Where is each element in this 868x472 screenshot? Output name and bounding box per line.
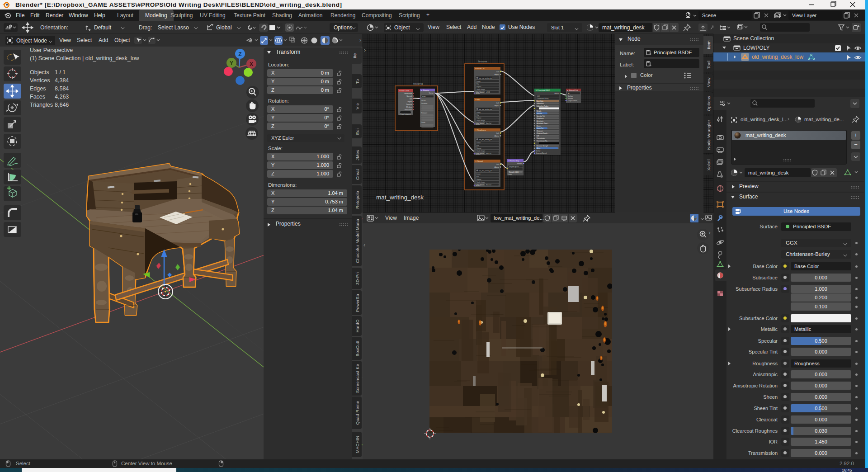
svg-text:Edges: Edges xyxy=(30,85,46,92)
svg-text:Normal: Normal xyxy=(517,163,522,165)
svg-text:Repeat: Repeat xyxy=(476,86,481,88)
svg-text:Triangles: Triangles xyxy=(30,102,53,108)
svg-text:Alpha: Alpha xyxy=(495,105,499,107)
svg-text:Z: Z xyxy=(238,51,241,57)
svg-text:Christensen-Burley: Christensen-Burley xyxy=(537,98,549,99)
svg-text:▼ Roughness: ▼ Roughness xyxy=(475,129,486,131)
svg-text:Specular: Specular xyxy=(537,113,542,114)
svg-text:Flat: Flat xyxy=(476,145,479,146)
svg-text:▼ Met: ▼ Met xyxy=(475,99,481,101)
svg-text:Non-Col: Non-Col xyxy=(486,123,491,124)
svg-text:IOR: IOR xyxy=(537,135,539,137)
svg-text:Single Image: Single Image xyxy=(476,120,485,122)
svg-text:Linear: Linear xyxy=(476,112,481,113)
svg-text:low_mat_writing_de...: low_mat_writing_de... xyxy=(479,170,493,172)
svg-text:Linear: Linear xyxy=(476,80,481,82)
svg-text:Col: Col xyxy=(496,132,499,134)
svg-text:Vector: Vector xyxy=(429,92,434,94)
svg-text:Sheen: Sheen xyxy=(537,125,541,127)
svg-text:Vector: Vector xyxy=(476,185,480,187)
svg-text:Y: Y xyxy=(230,60,233,66)
svg-text:Subsurface: Subsurface xyxy=(537,103,544,104)
svg-text:Objects: Objects xyxy=(30,69,49,76)
svg-text:1 / 1: 1 / 1 xyxy=(55,69,66,76)
svg-text:Col: Col xyxy=(496,71,499,73)
svg-text:Camera: Camera xyxy=(406,104,412,105)
svg-text:Base Color: Base Color xyxy=(537,100,543,102)
svg-text:Window: Window xyxy=(406,106,412,108)
svg-text:User Perspective: User Perspective xyxy=(30,47,73,53)
svg-text:›: › xyxy=(364,47,366,53)
svg-text:Scale:: Scale: xyxy=(421,122,425,123)
svg-text:▼ Principled BSDF: ▼ Principled BSDF xyxy=(535,90,550,91)
svg-text:▼ Text Coord: ▼ Text Coord xyxy=(399,90,409,92)
svg-text:Object: Object xyxy=(407,101,412,103)
svg-text:low_mat_writing_de...: low_mat_writing_de... xyxy=(479,109,493,110)
svg-text:Normal: Normal xyxy=(406,95,412,97)
svg-text:Alpha: Alpha xyxy=(537,147,540,149)
svg-text:sRGB: sRGB xyxy=(486,91,490,93)
svg-text:Vertices: Vertices xyxy=(30,77,50,84)
svg-text:Clearcoat Rough...: Clearcoat Rough... xyxy=(537,132,548,134)
svg-text:Subsurface Radius: Subsurface Radius xyxy=(537,105,549,107)
svg-text:low_mat_writing_de...: low_mat_writing_de... xyxy=(479,139,493,141)
svg-text:(1) Scene Collection | old_wri: (1) Scene Collection | old_writing_desk_… xyxy=(30,55,140,61)
svg-text:Clearcoat: Clearcoat xyxy=(537,130,542,132)
svg-text:Volume: Volume xyxy=(568,98,573,99)
svg-text:Anisotropic Rotat...: Anisotropic Rotat... xyxy=(537,123,548,124)
svg-text:low_mat_writing_de...: low_mat_writing_de... xyxy=(479,77,493,79)
svg-text:Repeat: Repeat xyxy=(476,147,481,149)
svg-text:Flat: Flat xyxy=(476,176,479,178)
svg-text:▼ Mapping: ▼ Mapping xyxy=(421,90,429,91)
svg-text:▼ Normal Map: ▼ Normal Map xyxy=(508,160,519,162)
svg-text:Repeat: Repeat xyxy=(476,117,481,119)
svg-text:Linear: Linear xyxy=(476,142,481,144)
svg-text:Clearcoat Normal: Clearcoat Normal xyxy=(536,152,547,154)
svg-text:Transmission Ro...: Transmission Ro... xyxy=(537,140,548,142)
svg-text:Transmission: Transmission xyxy=(537,137,545,139)
svg-text:BSDF: BSDF xyxy=(554,93,559,94)
svg-text:Single Image: Single Image xyxy=(476,150,485,152)
svg-text:Col: Col xyxy=(496,102,499,104)
svg-text:Mapping: Mapping xyxy=(413,82,423,85)
svg-text:Anisotropic: Anisotropic xyxy=(537,120,544,122)
svg-text:mat_writing_desk: mat_writing_desk xyxy=(376,194,424,201)
svg-text:Alpha: Alpha xyxy=(495,135,499,137)
svg-text:Repeat: Repeat xyxy=(476,179,481,180)
svg-text:Sheen Tint: Sheen Tint xyxy=(537,127,543,129)
svg-text:Alpha: Alpha xyxy=(495,74,499,76)
svg-text:Color: Color xyxy=(508,174,512,175)
svg-text:▼ Normal: ▼ Normal xyxy=(475,160,483,162)
svg-text:Flat: Flat xyxy=(476,114,479,116)
svg-text:Tangent Space: Tangent Space xyxy=(509,166,519,168)
svg-text:UV: UV xyxy=(410,98,412,100)
svg-text:Non-Col: Non-Col xyxy=(486,153,491,155)
svg-text:Emission Strength: Emission Strength xyxy=(537,145,548,147)
svg-text:GGX: GGX xyxy=(537,95,540,97)
svg-text:X: X xyxy=(250,61,253,67)
svg-text:4,384: 4,384 xyxy=(55,77,69,84)
svg-text:Point: Point xyxy=(422,96,425,98)
svg-text:Strength 1.000: Strength 1.000 xyxy=(509,171,519,173)
svg-text:Single Image: Single Image xyxy=(476,181,485,183)
svg-text:Normal: Normal xyxy=(536,150,540,152)
svg-text:8,646: 8,646 xyxy=(55,102,69,108)
svg-text:Non-Col: Non-Col xyxy=(486,184,491,186)
svg-text:Col: Col xyxy=(496,164,499,165)
svg-text:Alpha: Alpha xyxy=(495,166,499,168)
svg-text:▼ Base Col: ▼ Base Col xyxy=(475,68,484,70)
svg-text:Vector: Vector xyxy=(476,153,480,155)
svg-text:Flat: Flat xyxy=(476,83,479,85)
svg-text:Single Image: Single Image xyxy=(476,89,485,90)
svg-text:▼ Material Out: ▼ Material Out xyxy=(567,90,578,91)
svg-text:Surface: Surface xyxy=(568,95,573,97)
svg-text:Vector: Vector xyxy=(421,100,426,102)
svg-text:Roughness: Roughness xyxy=(537,118,544,119)
svg-text:□ From Instancer: □ From Instancer xyxy=(399,113,411,115)
svg-text:Reflection: Reflection xyxy=(405,109,412,111)
svg-text:Location:: Location: xyxy=(421,103,428,104)
svg-text:Metallic: Metallic xyxy=(537,110,542,112)
svg-text:Rotation:: Rotation: xyxy=(421,112,428,114)
svg-text:4,263: 4,263 xyxy=(55,94,69,100)
svg-text:Faces: Faces xyxy=(30,94,45,100)
